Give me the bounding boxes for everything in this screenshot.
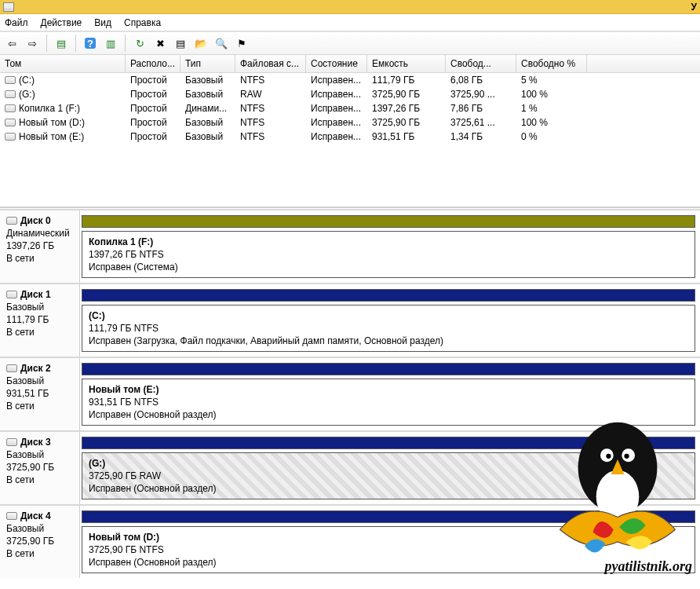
disk-info-panel[interactable]: Диск 0Динамический1397,26 ГБВ сети — [0, 210, 80, 283]
disk-icon — [6, 512, 17, 520]
disk-row: Диск 3Базовый3725,90 ГБВ сети(G:)3725,90… — [0, 430, 700, 504]
menu-action[interactable]: Действие — [41, 17, 82, 28]
disk-stripe — [82, 437, 695, 449]
col-status[interactable]: Состояние — [306, 55, 367, 72]
toolbar-refresh-button[interactable]: ↻ — [131, 35, 148, 52]
menu-view[interactable]: Вид — [94, 17, 111, 28]
partition-size: 1397,26 ГБ NTFS — [89, 249, 688, 260]
disk-info-panel[interactable]: Диск 3Базовый3725,90 ГБВ сети — [0, 432, 80, 504]
volume-free: 1,34 ГБ — [446, 130, 516, 144]
volume-capacity: 111,79 ГБ — [367, 73, 446, 87]
toolbar-back-button[interactable]: ⇦ — [3, 35, 20, 52]
volume-name: (C:) — [19, 75, 35, 86]
volume-row[interactable]: Новый том (E:)ПростойБазовыйNTFSИсправен… — [0, 130, 700, 144]
disk-label: Диск 4 — [20, 510, 51, 521]
arrow-right-icon: ⇨ — [28, 38, 37, 49]
toolbar-panels-button[interactable]: ▥ — [102, 35, 119, 52]
volume-capacity: 3725,90 ГБ — [367, 115, 446, 130]
disk-state: В сети — [6, 401, 73, 412]
disk-type: Базовый — [6, 375, 73, 386]
delete-icon: ✖ — [156, 38, 165, 49]
volume-name: Новый том (E:) — [19, 131, 84, 142]
partition-size: 111,79 ГБ NTFS — [89, 323, 688, 334]
volume-free: 3725,90 ... — [446, 87, 516, 101]
disk-icon — [6, 291, 17, 298]
col-volume[interactable]: Том — [0, 55, 126, 72]
volume-list-header: Том Располо... Тип Файловая с... Состоян… — [0, 55, 700, 73]
toolbar-view-button[interactable]: ▤ — [53, 35, 70, 52]
toolbar-forward-button[interactable]: ⇨ — [24, 35, 41, 52]
disk-info-panel[interactable]: Диск 2Базовый931,51 ГБВ сети — [0, 358, 80, 430]
volume-status: Исправен... — [306, 87, 367, 101]
disk-info-panel[interactable]: Диск 1Базовый111,79 ГБВ сети — [0, 284, 80, 357]
disk-state: В сети — [6, 474, 73, 485]
title-caption-right: У — [691, 2, 697, 13]
toolbar-delete-button[interactable]: ✖ — [151, 35, 169, 52]
partition-box[interactable]: (G:)3725,90 ГБ RAWИсправен (Основной раз… — [82, 452, 695, 499]
disk-size: 931,51 ГБ — [6, 388, 73, 399]
volume-name: Новый том (D:) — [19, 117, 85, 128]
volume-capacity: 3725,90 ГБ — [367, 87, 446, 101]
menu-help[interactable]: Справка — [124, 17, 161, 28]
menu-file[interactable]: Файл — [5, 17, 28, 28]
volume-row[interactable]: Новый том (D:)ПростойБазовыйNTFSИсправен… — [0, 115, 700, 130]
drive-icon — [5, 119, 16, 126]
volume-name: Копилка 1 (F:) — [19, 103, 80, 114]
help-icon: ? — [85, 38, 96, 49]
disk-row: Диск 1Базовый111,79 ГБВ сети(C:)111,79 Г… — [0, 283, 700, 357]
partition-title: (C:) — [89, 310, 688, 321]
partition-box[interactable]: Новый том (D:)3725,90 ГБ NTFSИсправен (О… — [82, 526, 695, 573]
drive-icon — [5, 76, 16, 84]
col-free-pct[interactable]: Свободно % — [516, 55, 587, 72]
partition-box[interactable]: (C:)111,79 ГБ NTFSИсправен (Загрузка, Фа… — [82, 305, 695, 352]
col-free[interactable]: Свобод... — [446, 55, 516, 72]
volume-layout: Простой — [126, 101, 180, 115]
toolbar-help-button[interactable]: ? — [82, 35, 99, 52]
col-filesystem[interactable]: Файловая с... — [235, 55, 306, 72]
volume-name: (G:) — [19, 89, 35, 100]
partition-size: 931,51 ГБ NTFS — [89, 397, 688, 408]
col-type[interactable]: Тип — [180, 55, 235, 72]
magnifier-icon: 🔍 — [215, 38, 228, 49]
refresh-icon: ↻ — [136, 38, 144, 49]
volume-row[interactable]: (C:)ПростойБазовыйNTFSИсправен...111,79 … — [0, 73, 700, 87]
volume-free-pct: 5 % — [516, 73, 587, 87]
volume-row[interactable]: (G:)ПростойБазовыйRAWИсправен...3725,90 … — [0, 87, 700, 101]
volume-fs: NTFS — [235, 115, 306, 130]
volume-capacity: 931,51 ГБ — [367, 130, 446, 144]
toolbar-find-button[interactable]: 🔍 — [213, 35, 230, 52]
disk-state: В сети — [6, 253, 73, 264]
volume-fs: NTFS — [235, 73, 306, 87]
volume-capacity: 1397,26 ГБ — [367, 101, 446, 115]
disk-size: 3725,90 ГБ — [6, 462, 73, 473]
partition-box[interactable]: Копилка 1 (F:)1397,26 ГБ NTFSИсправен (С… — [82, 231, 695, 278]
disk-info-panel[interactable]: Диск 4Базовый3725,90 ГБВ сети — [0, 506, 80, 578]
menu-bar: Файл Действие Вид Справка — [0, 14, 700, 31]
col-layout[interactable]: Располо... — [126, 55, 180, 72]
volume-type: Динами... — [180, 101, 235, 115]
disk-state: В сети — [6, 548, 73, 559]
volume-layout: Простой — [126, 73, 180, 87]
app-icon — [3, 2, 14, 12]
partition-status: Исправен (Основной раздел) — [89, 483, 688, 494]
folder-open-icon: 📂 — [195, 38, 207, 49]
disk-row: Диск 4Базовый3725,90 ГБВ сетиНовый том (… — [0, 504, 700, 578]
partition-status: Исправен (Загрузка, Файл подкачки, Авари… — [89, 335, 688, 346]
toolbar-open-button[interactable]: 📂 — [192, 35, 210, 52]
disk-label: Диск 1 — [20, 289, 51, 300]
drive-icon — [5, 104, 16, 112]
toolbar-properties-button[interactable]: ▤ — [172, 35, 189, 52]
disk-state: В сети — [6, 327, 73, 338]
panels-icon: ▥ — [106, 38, 115, 49]
volume-free-pct: 100 % — [516, 87, 587, 101]
volume-free-pct: 100 % — [516, 115, 587, 130]
volume-free: 7,86 ГБ — [446, 101, 516, 115]
volume-layout: Простой — [126, 130, 180, 144]
toolbar-commit-button[interactable]: ⚑ — [233, 35, 250, 52]
col-capacity[interactable]: Емкость — [367, 55, 446, 72]
disk-size: 1397,26 ГБ — [6, 240, 73, 251]
volume-row[interactable]: Копилка 1 (F:)ПростойДинами...NTFSИсправ… — [0, 101, 700, 115]
partition-size: 3725,90 ГБ NTFS — [89, 544, 688, 555]
partition-box[interactable]: Новый том (E:)931,51 ГБ NTFSИсправен (Ос… — [82, 379, 695, 426]
volume-fs: NTFS — [235, 130, 306, 144]
